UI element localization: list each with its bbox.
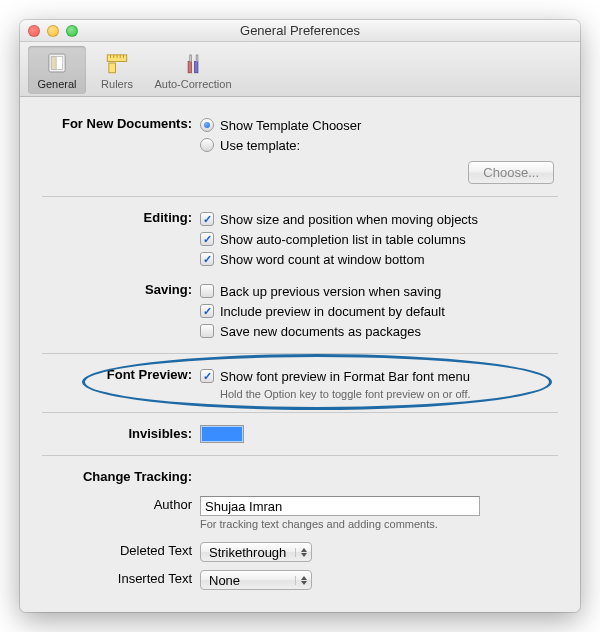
- separator: [42, 455, 558, 456]
- toolbar: General Rulers Auto-Correction: [20, 42, 580, 97]
- author-hint: For tracking text changes and adding com…: [200, 518, 558, 530]
- checkbox-backup[interactable]: [200, 284, 214, 298]
- checkbox-label: Include preview in document by default: [220, 304, 445, 319]
- choose-button[interactable]: Choose...: [468, 161, 554, 184]
- toolbar-tab-rulers[interactable]: Rulers: [88, 46, 146, 94]
- saving-label: Saving:: [42, 281, 200, 297]
- separator: [42, 196, 558, 197]
- author-field[interactable]: [200, 496, 480, 516]
- editing-label: Editing:: [42, 209, 200, 225]
- invisibles-color-well[interactable]: [200, 425, 244, 443]
- inserted-text-label: Inserted Text: [42, 570, 200, 586]
- change-tracking-heading: Change Tracking:: [42, 468, 200, 484]
- toolbar-label: General: [32, 78, 82, 90]
- checkbox-label: Show word count at window bottom: [220, 252, 425, 267]
- author-label: Author: [42, 496, 200, 512]
- checkbox-label: Show font preview in Format Bar font men…: [220, 369, 470, 384]
- toolbar-label: Rulers: [92, 78, 142, 90]
- checkbox-autocompletion[interactable]: [200, 232, 214, 246]
- checkbox-save-packages[interactable]: [200, 324, 214, 338]
- checkbox-label: Show auto-completion list in table colum…: [220, 232, 466, 247]
- popup-value: None: [201, 572, 295, 589]
- font-preview-hint: Hold the Option key to toggle font previ…: [220, 388, 558, 400]
- traffic-lights: [28, 25, 78, 37]
- inserted-text-popup[interactable]: None: [200, 570, 312, 590]
- radio-label: Show Template Chooser: [220, 118, 361, 133]
- toolbar-tab-general[interactable]: General: [28, 46, 86, 94]
- zoom-icon[interactable]: [66, 25, 78, 37]
- updown-icon: [295, 548, 311, 557]
- checkbox-show-size-position[interactable]: [200, 212, 214, 226]
- checkbox-word-count[interactable]: [200, 252, 214, 266]
- checkbox-label: Show size and position when moving objec…: [220, 212, 478, 227]
- svg-rect-11: [195, 61, 198, 72]
- popup-value: Strikethrough: [201, 544, 295, 561]
- checkbox-label: Save new documents as packages: [220, 324, 421, 339]
- radio-use-template[interactable]: [200, 138, 214, 152]
- checkbox-font-preview[interactable]: [200, 369, 214, 383]
- rulers-icon: [92, 48, 142, 78]
- separator: [42, 353, 558, 354]
- toolbar-tab-autocorrection[interactable]: Auto-Correction: [148, 46, 238, 94]
- titlebar: General Preferences: [20, 20, 580, 42]
- separator: [42, 412, 558, 413]
- content: For New Documents: Show Template Chooser…: [20, 97, 580, 612]
- checkbox-label: Back up previous version when saving: [220, 284, 441, 299]
- preferences-window: General Preferences General Rulers Auto-…: [20, 20, 580, 612]
- checkbox-include-preview[interactable]: [200, 304, 214, 318]
- toolbar-label: Auto-Correction: [152, 78, 234, 90]
- invisibles-label: Invisibles:: [42, 425, 200, 441]
- font-preview-label: Font Preview:: [42, 366, 200, 382]
- new-documents-label: For New Documents:: [42, 115, 200, 131]
- deleted-text-popup[interactable]: Strikethrough: [200, 542, 312, 562]
- close-icon[interactable]: [28, 25, 40, 37]
- deleted-text-label: Deleted Text: [42, 542, 200, 558]
- updown-icon: [295, 576, 311, 585]
- general-icon: [32, 48, 82, 78]
- minimize-icon[interactable]: [47, 25, 59, 37]
- radio-label: Use template:: [220, 138, 300, 153]
- svg-rect-4: [109, 63, 116, 73]
- autocorrection-icon: [152, 48, 234, 78]
- radio-template-chooser[interactable]: [200, 118, 214, 132]
- window-title: General Preferences: [20, 23, 580, 38]
- svg-rect-10: [188, 61, 191, 72]
- svg-rect-2: [51, 57, 56, 70]
